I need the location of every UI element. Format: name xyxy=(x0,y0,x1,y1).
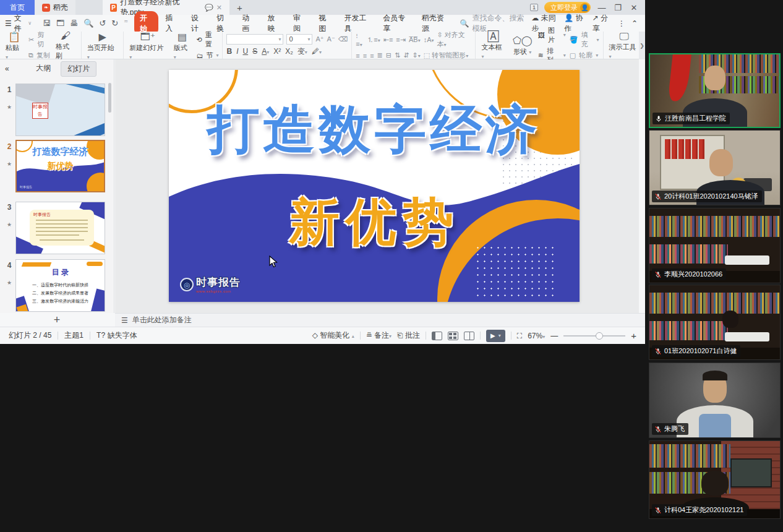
more-menu-icon[interactable]: ⋮ xyxy=(618,19,625,28)
underline-button[interactable]: U xyxy=(242,47,248,56)
presentation-tools-button[interactable]: 🖵 演示工具 ▾ xyxy=(607,31,641,59)
close-button[interactable]: ✕ xyxy=(629,3,639,12)
video-tile-4[interactable]: 01班2020102071白诗健 xyxy=(649,285,781,360)
comments-button[interactable]: ⎗ 批注 xyxy=(397,330,420,341)
section-button[interactable]: 🗂节▾ xyxy=(196,51,218,60)
theme-indicator[interactable]: 主题1 xyxy=(64,330,83,341)
to-smartart-button[interactable]: ⬚ 转智能图形▾ xyxy=(424,51,468,60)
fill-button[interactable]: 🪣填充▾ xyxy=(570,30,599,49)
print-preview-icon[interactable]: 🔍 xyxy=(83,19,93,28)
slide-4-thumbnail[interactable]: 目 录 一、适应数字时代的崭新抉择 二、发展数字经济的成果显著 三、激发数字经济… xyxy=(15,259,105,312)
justify-icon[interactable]: ≣ xyxy=(377,51,383,59)
paragraph-group: ⁝≡▾ ⒈≡▾ ⇤≡ ≡⇥ A̅B̅▾ ↕A▾ ⇳ 对齐文本▾ ≡ ≡ ≡ ≣ … xyxy=(352,32,476,59)
text-direction-icon[interactable]: A̅B̅▾ xyxy=(409,36,421,43)
align-left-icon[interactable]: ≡ xyxy=(356,52,359,59)
slide-3-thumbnail[interactable]: 时事报告 xyxy=(15,202,105,254)
cut-button[interactable]: ✂剪切 xyxy=(28,30,50,49)
distribute-icon[interactable]: ⊟ xyxy=(386,51,392,59)
align-right-icon[interactable]: ≡ xyxy=(370,52,374,59)
format-painter-button[interactable]: 🖌 格式刷 xyxy=(54,30,77,61)
add-slide-button[interactable]: + xyxy=(0,314,114,327)
font-color-button[interactable]: A▾ xyxy=(262,47,269,56)
bullets-icon[interactable]: ⁝≡▾ xyxy=(356,32,364,48)
print-icon[interactable]: 🖶 xyxy=(70,19,78,28)
line-spacing-icon[interactable]: ↕A▾ xyxy=(424,36,434,43)
slideshow-play-button[interactable]: ▶ ▾ xyxy=(486,330,505,342)
slide-canvas: 打造数字经济 新优势 ◎ 时事报告 www.ssbgzzs.com xyxy=(115,59,639,313)
decrease-indent-icon[interactable]: ⇤≡ xyxy=(383,36,393,44)
phonetic-guide-icon[interactable]: 变▾ xyxy=(297,46,307,57)
row-spacing-icon[interactable]: ⇵ xyxy=(403,51,409,59)
video-tile-5[interactable]: 朱腾飞 xyxy=(649,363,781,438)
clear-format-icon[interactable]: ⌫ xyxy=(338,35,348,43)
textbox-button[interactable]: 🄰 文本框 ▾ xyxy=(479,31,507,59)
minimize-button[interactable]: — xyxy=(597,3,607,12)
participant-nameplate: 01班2020102071白诗健 xyxy=(652,345,740,357)
ribbon-overflow-button[interactable]: ❯ xyxy=(639,32,645,59)
spacing-options-icon[interactable]: ⇕▾ xyxy=(412,51,420,59)
picture-button[interactable]: 🖼图片▾ xyxy=(538,26,566,45)
increase-indent-icon[interactable]: ≡⇥ xyxy=(396,36,406,44)
save-icon[interactable]: 🖫 xyxy=(43,19,51,28)
export-icon[interactable]: 🗔 xyxy=(56,19,64,28)
bold-button[interactable]: B xyxy=(226,47,232,56)
increase-font-icon[interactable]: A⁺ xyxy=(315,35,323,43)
video-tile-3[interactable]: 李顺兴2020102066 xyxy=(649,208,781,283)
restore-button[interactable]: ❐ xyxy=(613,3,623,12)
strikethrough-button[interactable]: S xyxy=(252,47,257,56)
align-text-button[interactable]: ⇳ 对齐文本▾ xyxy=(437,30,472,49)
slide-thumbnail-panel: « 大纲 幻灯片 1 ★ 时事报告 2 ★ xyxy=(0,59,114,313)
superscript-button[interactable]: X² xyxy=(273,47,281,56)
smart-beautify-button[interactable]: ◇ 智能美化 ▴ xyxy=(312,330,354,341)
paste-button[interactable]: 📋 粘贴 ▾ xyxy=(4,31,25,60)
shapes-button[interactable]: ⬠◯ 形状 ▾ xyxy=(511,35,534,56)
window-count-badge[interactable]: 1 xyxy=(530,4,538,11)
participant-head-looking-down xyxy=(701,471,729,496)
reset-button[interactable]: ⟲重置 xyxy=(196,30,218,49)
font-size-combo[interactable]: 0▾ xyxy=(286,34,312,45)
video-tile-6[interactable]: 计科04王家尧2020102121 xyxy=(649,440,781,519)
slide-2-thumbnail-selected[interactable]: 打造数字经济 新优势 时事报告 xyxy=(15,140,105,192)
login-button[interactable]: 立即登录 👤 xyxy=(544,2,591,13)
normal-view-icon[interactable] xyxy=(432,332,442,340)
slide-layout-button[interactable]: ▤ 版式 ▾ xyxy=(172,31,193,60)
slide-1-thumbnail[interactable]: 时事报告 xyxy=(15,84,105,136)
numbering-icon[interactable]: ⒈≡▾ xyxy=(367,35,380,45)
zoom-level[interactable]: 67%▾ xyxy=(528,332,545,340)
customize-icon[interactable]: ≂ xyxy=(124,19,128,28)
play-circle-icon: ▶ xyxy=(98,31,106,43)
slide-sorter-view-icon[interactable] xyxy=(448,332,458,340)
video-tile-2[interactable]: 20计科01班2020102140马铭泽 xyxy=(649,130,781,205)
zoom-out-button[interactable]: — xyxy=(550,332,558,340)
new-slide-button[interactable]: 🗔⁺ 新建幻灯片 ▾ xyxy=(127,31,168,60)
tab-docer[interactable]: ❧ 稻壳 xyxy=(35,0,75,15)
outline-button[interactable]: ▢轮廓▾ xyxy=(570,51,599,60)
tab-slides[interactable]: 幻灯片 xyxy=(61,61,96,77)
align-center-icon[interactable]: ≡ xyxy=(363,52,367,59)
play-from-current-button[interactable]: ▶ 当页开始 ▾ xyxy=(85,31,119,60)
thumbnail-scrollbar[interactable] xyxy=(108,83,111,113)
missing-font-warning[interactable]: T? 缺失字体 xyxy=(96,330,137,341)
tab-outline[interactable]: 大纲 xyxy=(30,61,57,77)
zoom-in-button[interactable]: + xyxy=(631,330,636,341)
subscript-button[interactable]: X₂ xyxy=(285,47,293,56)
video-tile-1[interactable]: 汪胜前南昌工程学院 xyxy=(649,53,781,128)
collapse-panel-icon[interactable]: « xyxy=(5,64,9,73)
font-name-combo[interactable]: ▾ xyxy=(226,34,283,45)
decrease-font-icon[interactable]: A⁻ xyxy=(327,35,335,43)
highlight-pen-icon[interactable]: 🖉▾ xyxy=(312,47,322,56)
notes-bar[interactable]: ☰ 单击此处添加备注 xyxy=(115,313,645,327)
zoom-slider-knob[interactable] xyxy=(596,332,603,340)
redo-icon[interactable]: ↻ xyxy=(111,19,118,28)
reading-view-icon[interactable] xyxy=(464,332,474,340)
undo-icon[interactable]: ↺ xyxy=(99,19,106,28)
paragraph-spacing-icon[interactable]: ⇅ xyxy=(395,51,400,59)
current-slide[interactable]: 打造数字经济 新优势 ◎ 时事报告 www.ssbgzzs.com xyxy=(169,70,580,302)
copy-button[interactable]: ⧉复制 xyxy=(28,51,50,60)
italic-button[interactable]: I xyxy=(236,47,238,56)
fit-slide-icon[interactable]: ⛶ xyxy=(517,332,522,340)
zoom-slider[interactable] xyxy=(563,335,625,337)
notes-toggle-button[interactable]: ≞ 备注▾ xyxy=(366,330,392,341)
wps-presentation-window: 首页 ❧ 稻壳 P 打造数字经济新优势.pptx 💬 ✕ + 1 立即登录 👤 … xyxy=(0,0,645,344)
collapse-ribbon-icon[interactable]: ⌃ xyxy=(631,19,638,28)
